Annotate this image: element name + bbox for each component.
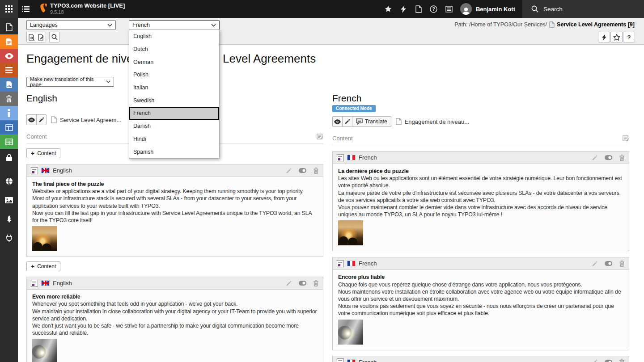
- language-select[interactable]: French: [129, 20, 220, 30]
- view-webpage-button[interactable]: [26, 32, 37, 42]
- sidebar-item-forms[interactable]: [0, 135, 18, 149]
- sidebar-item-extensions[interactable]: [0, 231, 18, 245]
- dropdown-option-german[interactable]: German: [129, 55, 219, 68]
- visibility-toggle-icon[interactable]: [299, 281, 306, 286]
- content-element-header[interactable]: English: [27, 277, 323, 290]
- username-label[interactable]: Benjamin Kott: [476, 6, 515, 13]
- element-language-label: English: [53, 167, 72, 174]
- dropdown-option-italian[interactable]: Italian: [129, 81, 219, 94]
- edit-page-button[interactable]: [36, 114, 47, 125]
- page-record-title[interactable]: Engagement de niveau...: [405, 118, 470, 125]
- flag-en-icon: [42, 168, 49, 173]
- edit-icon[interactable]: [286, 168, 292, 174]
- dropdown-option-polish[interactable]: Polish: [129, 68, 219, 81]
- flag-fr-icon: [347, 155, 355, 160]
- sidebar-item-document[interactable]: [0, 20, 18, 34]
- element-paragraph: Nous ne voulons pas seulement que vous s…: [338, 303, 623, 317]
- clear-cache-toolbar-button[interactable]: [396, 0, 411, 18]
- bookmarks-toolbar-button[interactable]: [381, 0, 396, 18]
- add-content-label: Content: [37, 150, 56, 156]
- add-content-button[interactable]: + Content: [26, 148, 60, 158]
- visibility-toggle-icon[interactable]: [605, 155, 612, 160]
- edit-icon[interactable]: [592, 359, 598, 362]
- visibility-toggle-icon[interactable]: [605, 360, 612, 362]
- shortcut-toolbar-button[interactable]: [411, 0, 426, 18]
- list-box-icon: [445, 6, 453, 13]
- dropdown-option-danish[interactable]: Danish: [129, 120, 219, 133]
- view-page-button[interactable]: [332, 116, 343, 127]
- docheader: Languages French Path: /Home of TYPO3/Ou…: [18, 18, 644, 45]
- path-page-title[interactable]: Service Level Agreements [9]: [557, 21, 635, 28]
- column-heading: French: [332, 93, 629, 104]
- dropdown-option-swedish[interactable]: Swedish: [129, 94, 219, 107]
- help-toolbar-button[interactable]: ?: [426, 0, 441, 18]
- content-element-header[interactable]: French: [333, 257, 629, 270]
- topbar-search[interactable]: Search: [522, 0, 644, 18]
- flag-en-icon: [42, 281, 49, 286]
- help-button[interactable]: ?: [623, 32, 635, 42]
- delete-icon[interactable]: [619, 359, 625, 362]
- systeminfo-toolbar-button[interactable]: [441, 0, 457, 18]
- element-language-label: English: [53, 280, 72, 286]
- add-content-label: Content: [37, 263, 56, 269]
- content-element-header[interactable]: French: [333, 356, 629, 362]
- sidebar-item-view[interactable]: [0, 49, 18, 63]
- dropdown-option-english[interactable]: English: [129, 30, 219, 43]
- edit-column-icon[interactable]: [317, 133, 323, 140]
- pagetree-toggle-button[interactable]: [18, 0, 34, 18]
- visibility-toggle-icon[interactable]: [299, 168, 306, 173]
- puzzle-sunset-image: [338, 220, 363, 245]
- sidebar-item-lock[interactable]: [0, 150, 18, 164]
- edit-icon[interactable]: [286, 280, 292, 286]
- dropdown-option-hindi[interactable]: Hindi: [129, 133, 219, 146]
- dropdown-option-spanish[interactable]: Spanish: [129, 145, 219, 158]
- content-element-header[interactable]: French: [333, 152, 629, 164]
- sidebar-item-info[interactable]: [0, 106, 18, 120]
- page-record-title[interactable]: Service Level Agreem...: [60, 117, 121, 123]
- language-column-french: French Connected Mode Translate Engageme…: [332, 93, 629, 362]
- sidebar-item-list[interactable]: [0, 63, 18, 77]
- edit-icon[interactable]: [592, 155, 598, 161]
- dropdown-option-french[interactable]: French: [129, 107, 219, 120]
- sidebar-item-page[interactable]: [0, 34, 18, 49]
- delete-icon[interactable]: [313, 168, 319, 174]
- avatar[interactable]: [460, 3, 472, 15]
- page-icon: [396, 118, 402, 125]
- new-translation-select[interactable]: Make new translation of this page: [26, 77, 114, 87]
- sidebar-item-rocket[interactable]: [0, 212, 18, 226]
- dropdown-option-dutch[interactable]: Dutch: [129, 43, 219, 56]
- sidebar-item-template[interactable]: [0, 120, 18, 135]
- delete-icon[interactable]: [313, 280, 319, 286]
- module-menu-toggle[interactable]: [0, 0, 18, 18]
- svg-text:?: ?: [432, 7, 435, 12]
- sidebar-item-filelist[interactable]: [0, 193, 18, 207]
- edit-column-icon[interactable]: [623, 135, 629, 142]
- star-icon: [385, 5, 392, 13]
- translate-label: Translate: [365, 118, 387, 125]
- sidebar-item-recycler[interactable]: [0, 92, 18, 106]
- clear-page-cache-button[interactable]: [598, 32, 610, 42]
- visibility-toggle-icon[interactable]: [605, 261, 612, 266]
- help-circle-icon: ?: [430, 5, 437, 13]
- flag-fr-icon: [347, 360, 355, 362]
- site-title: TYPO3.com Website [LIVE]: [50, 3, 125, 9]
- sidebar-item-globe[interactable]: [0, 174, 18, 188]
- edit-page-button[interactable]: [342, 116, 352, 127]
- delete-icon[interactable]: [619, 261, 625, 267]
- view-mode-select[interactable]: Languages: [26, 20, 116, 30]
- element-paragraph: Chaque fois que vous repérez quelque cho…: [338, 281, 623, 288]
- delete-icon[interactable]: [619, 155, 625, 161]
- element-paragraph: We don't just want you to be safe - we s…: [32, 322, 318, 337]
- chevron-down-icon: [107, 24, 112, 27]
- edit-page-properties-button[interactable]: [36, 32, 46, 42]
- sidebar-item-info-document[interactable]: [0, 77, 18, 92]
- search-button[interactable]: [49, 32, 59, 42]
- speech-bubble-icon: [356, 118, 363, 125]
- translate-button[interactable]: Translate: [352, 116, 391, 127]
- edit-icon[interactable]: [592, 261, 598, 267]
- add-content-button[interactable]: + Content: [26, 261, 60, 271]
- content-element-header[interactable]: English: [27, 164, 323, 177]
- view-page-button[interactable]: [26, 114, 37, 125]
- bookmark-button[interactable]: [610, 32, 623, 42]
- module-sidebar: [0, 18, 18, 362]
